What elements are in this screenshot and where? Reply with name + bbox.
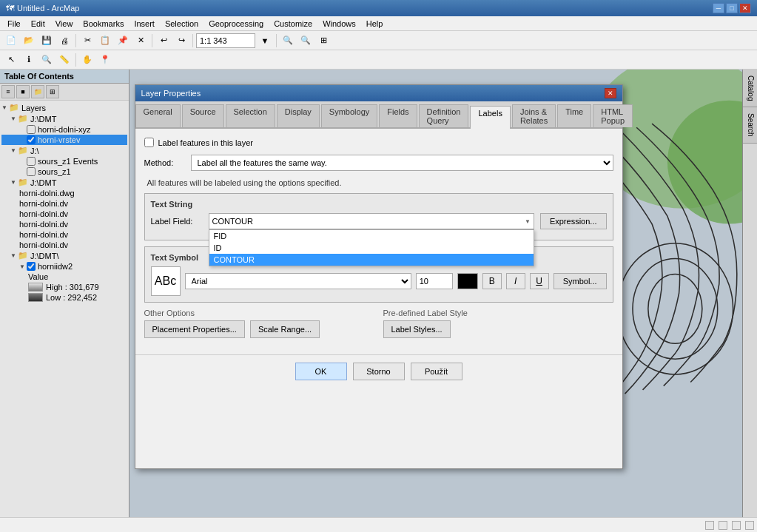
dropdown-item-id[interactable]: ID	[209, 242, 534, 254]
title-bar: 🗺 Untitled - ArcMap ─ □ ✕	[0, 0, 757, 16]
minimize-button[interactable]: ─	[713, 3, 724, 13]
tab-definition-query[interactable]: Definition Query	[419, 104, 469, 127]
find-tool[interactable]: 🔍	[38, 52, 55, 68]
dropdown-list: FID ID CONTOUR	[209, 229, 534, 266]
status-btn2[interactable]	[719, 521, 727, 530]
label-features-checkbox[interactable]	[144, 138, 154, 147]
other-options-title: Other Options	[144, 309, 374, 317]
pan-tool[interactable]: ✋	[79, 52, 95, 68]
tab-html-popup[interactable]: HTML Popup	[593, 104, 633, 127]
zoom-out-button[interactable]: 🔍	[297, 33, 314, 49]
underline-button[interactable]: U	[530, 273, 549, 289]
bold-button[interactable]: B	[482, 273, 502, 289]
full-extent-button[interactable]: ⊞	[315, 33, 332, 49]
close-button[interactable]: ✕	[739, 3, 751, 13]
text-string-section: Text String Label Field: CONTOUR ▼ FID I…	[144, 193, 613, 240]
zoom-dropdown[interactable]: ▼	[257, 33, 273, 49]
info-tool[interactable]: ℹ	[21, 52, 37, 68]
paste-button[interactable]: 📌	[115, 33, 131, 49]
measure-tool[interactable]: 📏	[56, 52, 73, 68]
font-size-input[interactable]	[416, 273, 453, 289]
method-row: Method: Label all the features the same …	[144, 155, 613, 171]
menu-help[interactable]: Help	[362, 18, 388, 30]
color-button[interactable]	[457, 273, 478, 289]
status-btn4[interactable]	[745, 521, 754, 530]
dropdown-item-fid[interactable]: FID	[209, 230, 534, 242]
tab-fields[interactable]: Fields	[379, 104, 417, 127]
dialog-tab-bar: General Source Selection Display Symbolo…	[135, 101, 622, 129]
font-select[interactable]: Arial	[185, 273, 411, 289]
symbol-button[interactable]: Symbol...	[554, 273, 607, 289]
select-tool[interactable]: ↖	[3, 52, 19, 68]
ok-button[interactable]: OK	[295, 363, 347, 380]
copy-button[interactable]: 📋	[97, 33, 113, 49]
menu-view[interactable]: View	[51, 18, 78, 30]
dialog-title-text: Layer Properties	[141, 89, 201, 98]
undo-button[interactable]: ↩	[155, 33, 172, 49]
dialog-buttons: OK Storno Použít	[135, 354, 622, 388]
text-string-title: Text String	[151, 200, 607, 209]
separator	[75, 34, 76, 47]
menu-bookmarks[interactable]: Bookmarks	[78, 18, 128, 30]
expression-button[interactable]: Expression...	[540, 213, 607, 229]
scale-range-button[interactable]: Scale Range...	[250, 320, 320, 338]
app-title: Untitled - ArcMap	[17, 4, 79, 13]
menu-file[interactable]: File	[3, 18, 25, 30]
info-text: All features will be labeled using the o…	[144, 178, 613, 187]
toolbar-tools: ↖ ℹ 🔍 📏 ✋ 📍	[0, 50, 757, 70]
menu-geoprocessing[interactable]: Geoprocessing	[204, 18, 268, 30]
status-bar	[0, 517, 757, 532]
new-button[interactable]: 📄	[3, 33, 19, 49]
tab-labels[interactable]: Labels	[470, 106, 510, 129]
save-button[interactable]: 💾	[38, 33, 55, 49]
maximize-button[interactable]: □	[726, 3, 738, 13]
other-right: Pre-defined Label Style Label Styles...	[383, 309, 613, 338]
dropdown-display[interactable]: CONTOUR ▼	[209, 213, 534, 229]
apply-button[interactable]: Použít	[411, 363, 462, 380]
cancel-button[interactable]: Storno	[353, 363, 405, 380]
tab-source[interactable]: Source	[182, 104, 224, 127]
tab-symbology[interactable]: Symbology	[321, 104, 377, 127]
tab-general[interactable]: General	[135, 104, 181, 127]
other-options-section: Other Options Placement Properties... Sc…	[144, 309, 613, 338]
placement-properties-button[interactable]: Placement Properties...	[144, 320, 245, 338]
method-label: Method:	[144, 158, 185, 167]
dialog-close-button[interactable]: ✕	[605, 88, 616, 98]
title-bar-left: 🗺 Untitled - ArcMap	[6, 4, 79, 13]
status-btn[interactable]	[705, 521, 714, 530]
label-field-dropdown[interactable]: CONTOUR ▼ FID ID CONTOUR	[209, 213, 534, 229]
tab-selection[interactable]: Selection	[226, 104, 275, 127]
menu-customize[interactable]: Customize	[269, 18, 317, 30]
print-button[interactable]: 🖨	[56, 33, 73, 49]
zoom-in-button[interactable]: 🔍	[280, 33, 296, 49]
menu-selection[interactable]: Selection	[161, 18, 203, 30]
zoom-input[interactable]	[196, 33, 255, 48]
font-preview-text: ABc	[155, 275, 176, 288]
dropdown-arrow-icon: ▼	[525, 218, 531, 225]
app-icon: 🗺	[6, 4, 14, 13]
label-styles-button[interactable]: Label Styles...	[383, 320, 451, 338]
redo-button[interactable]: ↪	[173, 33, 189, 49]
tab-joins-relates[interactable]: Joins & Relates	[512, 104, 556, 127]
italic-button[interactable]: I	[506, 273, 525, 289]
dropdown-item-contour[interactable]: CONTOUR	[209, 254, 534, 266]
menu-windows[interactable]: Windows	[318, 18, 360, 30]
separator3	[192, 34, 193, 47]
toolbar-main: 📄 📂 💾 🖨 ✂ 📋 📌 ✕ ↩ ↪ ▼ 🔍 🔍 ⊞	[0, 31, 757, 50]
status-btn3[interactable]	[732, 521, 741, 530]
delete-button[interactable]: ✕	[132, 33, 149, 49]
menu-edit[interactable]: Edit	[27, 18, 50, 30]
dialog-labels-content: Label features in this layer Method: Lab…	[135, 129, 622, 354]
cut-button[interactable]: ✂	[79, 33, 95, 49]
menu-bar: File Edit View Bookmarks Insert Selectio…	[0, 16, 757, 31]
symbol-row: ABc Arial B I U Symbol...	[151, 266, 607, 296]
predefined-title: Pre-defined Label Style	[383, 309, 613, 317]
tab-time[interactable]: Time	[557, 104, 591, 127]
label-features-row: Label features in this layer	[144, 138, 613, 147]
identify-tool[interactable]: 📍	[97, 52, 113, 68]
menu-insert[interactable]: Insert	[129, 18, 159, 30]
method-select[interactable]: Label all the features the same way. Def…	[191, 155, 613, 171]
tab-display[interactable]: Display	[277, 104, 320, 127]
open-button[interactable]: 📂	[21, 33, 37, 49]
separator2	[152, 34, 152, 47]
